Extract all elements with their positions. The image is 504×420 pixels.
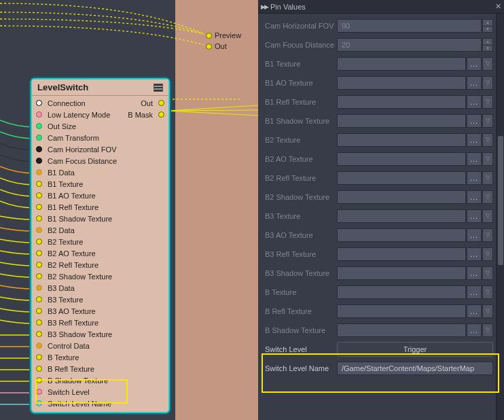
chevron-down-icon[interactable]: ▽ xyxy=(482,190,493,204)
browse-button[interactable]: ... xyxy=(467,323,482,337)
browse-button[interactable]: ... xyxy=(467,171,482,185)
browse-button[interactable]: ... xyxy=(467,114,482,128)
asset-field[interactable] xyxy=(337,266,466,280)
asset-field[interactable] xyxy=(337,171,466,185)
browse-button[interactable]: ... xyxy=(467,285,482,299)
asset-field[interactable] xyxy=(337,114,466,128)
pin-row[interactable]: Cam Focus Distance xyxy=(32,155,168,167)
graph-pin[interactable]: Out xyxy=(206,42,227,50)
pin-row[interactable]: B Shadow Texture xyxy=(32,374,168,386)
browse-button[interactable]: ... xyxy=(467,247,482,261)
asset-field[interactable] xyxy=(337,247,466,261)
chevron-down-icon[interactable]: ▽ xyxy=(482,76,493,90)
browse-button[interactable]: ... xyxy=(467,209,482,223)
browse-button[interactable]: ... xyxy=(467,152,482,166)
pin-socket-icon[interactable] xyxy=(206,43,212,50)
pin-row[interactable]: Out Size xyxy=(32,120,168,132)
chevron-down-icon[interactable]: ▽ xyxy=(482,171,493,185)
trigger-button[interactable]: Trigger xyxy=(337,342,493,357)
chevron-down-icon[interactable]: ▼ xyxy=(483,46,492,52)
pin-socket-icon[interactable] xyxy=(36,250,42,256)
asset-field[interactable] xyxy=(337,76,466,90)
chevron-down-icon[interactable]: ▽ xyxy=(482,323,493,337)
pin-socket-icon[interactable] xyxy=(36,377,42,383)
pin-row[interactable]: B2 Shadow Texture xyxy=(32,270,168,282)
pin-row[interactable]: B3 Texture xyxy=(32,294,168,305)
pin-socket-icon[interactable] xyxy=(36,239,42,245)
pin-socket-icon[interactable] xyxy=(36,227,42,233)
expand-icon[interactable]: ▶▶ xyxy=(261,3,268,10)
node-header[interactable]: LevelSwitch xyxy=(32,80,168,96)
scroll-thumb[interactable] xyxy=(498,136,503,265)
chevron-down-icon[interactable]: ▽ xyxy=(482,247,493,261)
pin-socket-icon[interactable] xyxy=(36,158,42,164)
pin-row[interactable]: B2 Refl Texture xyxy=(32,259,168,270)
chevron-down-icon[interactable]: ▽ xyxy=(482,266,493,280)
hamburger-icon[interactable] xyxy=(154,84,163,92)
pin-socket-icon[interactable] xyxy=(36,273,42,279)
text-input[interactable]: /Game/StarterContent/Maps/StarterMap xyxy=(337,362,493,375)
graph-pin[interactable]: Preview xyxy=(206,31,241,39)
pin-row[interactable]: B1 AO Texture xyxy=(32,190,168,201)
pin-socket-icon[interactable] xyxy=(36,319,42,326)
pin-row[interactable]: B1 Shadow Texture xyxy=(32,213,168,224)
asset-field[interactable] xyxy=(337,133,466,147)
pin-socket-icon[interactable] xyxy=(158,111,164,118)
chevron-down-icon[interactable]: ▽ xyxy=(482,95,493,109)
number-input[interactable]: 90 xyxy=(337,19,482,33)
pin-row[interactable]: B2 Texture xyxy=(32,236,168,247)
chevron-down-icon[interactable]: ▽ xyxy=(482,228,493,242)
chevron-down-icon[interactable]: ▽ xyxy=(482,304,493,318)
browse-button[interactable]: ... xyxy=(467,133,482,147)
pin-row[interactable]: Switch Level Name xyxy=(32,398,168,409)
pin-row[interactable]: B3 Shadow Texture xyxy=(32,328,168,340)
browse-button[interactable]: ... xyxy=(467,266,482,280)
pin-row[interactable]: Control Data xyxy=(32,340,168,351)
pin-socket-icon[interactable] xyxy=(36,308,42,314)
panel-header[interactable]: ▶▶ Pin Values ✕ xyxy=(258,0,504,14)
node-level-switch[interactable]: LevelSwitch ConnectionOutLow Latency Mod… xyxy=(31,78,170,413)
pin-socket-icon[interactable] xyxy=(36,262,42,268)
asset-field[interactable] xyxy=(337,323,466,337)
pin-socket-icon[interactable] xyxy=(36,100,42,106)
pin-socket-icon[interactable] xyxy=(36,181,42,187)
pin-row[interactable]: Low Latency ModeB Mask xyxy=(32,109,168,120)
pin-row[interactable]: B Refl Texture xyxy=(32,363,168,374)
chevron-down-icon[interactable]: ▽ xyxy=(482,133,493,147)
browse-button[interactable]: ... xyxy=(467,95,482,109)
asset-field[interactable] xyxy=(337,152,466,166)
chevron-down-icon[interactable]: ▽ xyxy=(482,285,493,299)
asset-field[interactable] xyxy=(337,190,466,204)
pin-socket-icon[interactable] xyxy=(36,389,42,395)
pin-socket-icon[interactable] xyxy=(36,331,42,337)
pin-socket-icon[interactable] xyxy=(36,296,42,302)
pin-socket-icon[interactable] xyxy=(36,146,42,152)
pin-row[interactable]: B Texture xyxy=(32,351,168,363)
number-input[interactable]: 20 xyxy=(337,38,482,52)
asset-field[interactable] xyxy=(337,95,466,109)
pin-row[interactable]: Switch Level xyxy=(32,386,168,398)
pin-socket-icon[interactable] xyxy=(206,33,212,39)
scrollbar[interactable] xyxy=(496,14,504,420)
chevron-down-icon[interactable]: ▽ xyxy=(482,152,493,166)
pin-socket-icon[interactable] xyxy=(36,400,42,406)
close-icon[interactable]: ✕ xyxy=(495,2,501,11)
pin-socket-icon[interactable] xyxy=(36,354,42,360)
pin-socket-icon[interactable] xyxy=(36,215,42,222)
browse-button[interactable]: ... xyxy=(467,57,482,71)
pin-socket-icon[interactable] xyxy=(36,169,42,175)
pin-row[interactable]: B2 Data xyxy=(32,224,168,236)
pin-socket-icon[interactable] xyxy=(36,135,42,141)
pin-row[interactable]: B1 Texture xyxy=(32,178,168,190)
pin-socket-icon[interactable] xyxy=(36,285,42,291)
pin-socket-icon[interactable] xyxy=(36,343,42,349)
pin-row[interactable]: B3 Data xyxy=(32,282,168,294)
chevron-down-icon[interactable]: ▼ xyxy=(483,27,492,33)
asset-field[interactable] xyxy=(337,304,466,318)
pin-row[interactable]: B3 AO Texture xyxy=(32,305,168,317)
spinner[interactable]: ▲▼ xyxy=(482,19,493,33)
pin-socket-icon[interactable] xyxy=(36,366,42,372)
chevron-up-icon[interactable]: ▲ xyxy=(483,39,492,46)
asset-field[interactable] xyxy=(337,228,466,242)
browse-button[interactable]: ... xyxy=(467,190,482,204)
